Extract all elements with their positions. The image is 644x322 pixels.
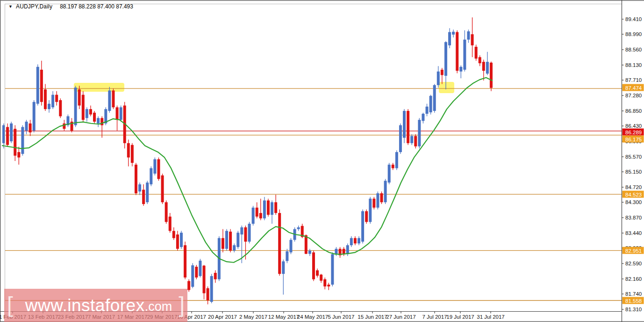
candle[interactable] [157, 159, 160, 179]
candle[interactable] [388, 165, 391, 183]
candle[interactable] [233, 245, 236, 250]
candle[interactable] [414, 136, 417, 146]
candle[interactable] [138, 184, 141, 191]
candle[interactable] [222, 238, 224, 249]
candle[interactable] [274, 202, 277, 213]
candle[interactable] [271, 202, 273, 215]
candle[interactable] [433, 85, 436, 111]
candle[interactable] [346, 245, 349, 254]
candle[interactable] [410, 136, 413, 143]
candle[interactable] [112, 90, 114, 107]
candle[interactable] [467, 31, 470, 40]
candle[interactable] [63, 124, 65, 129]
candle[interactable] [297, 227, 300, 229]
candle[interactable] [418, 120, 421, 146]
candle[interactable] [490, 63, 493, 88]
candle[interactable] [380, 193, 383, 202]
candle[interactable] [463, 40, 466, 70]
candle[interactable] [120, 107, 122, 120]
candle[interactable] [482, 62, 485, 71]
candle[interactable] [392, 165, 394, 168]
candle[interactable] [142, 190, 145, 204]
candle[interactable] [48, 104, 50, 109]
candle[interactable] [361, 211, 364, 242]
candle[interactable] [44, 89, 47, 109]
candle[interactable] [407, 111, 409, 143]
candle[interactable] [176, 234, 179, 249]
candle[interactable] [74, 88, 77, 125]
price-chart[interactable]: 89.41088.99088.56088.13087.71087.28086.8… [0, 0, 644, 322]
candle[interactable] [210, 276, 213, 302]
candle[interactable] [161, 176, 164, 202]
candle[interactable] [305, 235, 308, 254]
candle[interactable] [316, 271, 319, 276]
candle[interactable] [180, 233, 183, 247]
chevron-down-icon[interactable]: ▼ [8, 4, 13, 9]
candle[interactable] [86, 109, 88, 118]
candle[interactable] [471, 34, 474, 45]
candle[interactable] [426, 107, 429, 114]
candle[interactable] [100, 118, 103, 125]
candle[interactable] [403, 111, 406, 138]
candle[interactable] [153, 159, 156, 174]
candle[interactable] [308, 250, 311, 254]
candle[interactable] [267, 200, 270, 215]
candle[interactable] [17, 152, 20, 157]
candle[interactable] [331, 254, 334, 285]
candle[interactable] [135, 165, 137, 193]
candle[interactable] [214, 273, 217, 279]
candle[interactable] [437, 72, 440, 85]
candle[interactable] [459, 67, 462, 72]
candle[interactable] [207, 288, 209, 300]
candle[interactable] [354, 238, 357, 243]
candle[interactable] [150, 168, 152, 184]
candle[interactable] [165, 202, 168, 222]
candle[interactable] [429, 96, 432, 112]
candle[interactable] [475, 47, 478, 59]
candle[interactable] [169, 217, 172, 231]
candle[interactable] [289, 240, 292, 253]
candle[interactable] [33, 102, 36, 131]
candle[interactable] [225, 231, 228, 249]
candle[interactable] [256, 208, 258, 217]
candle[interactable] [78, 89, 81, 105]
candle[interactable] [25, 122, 28, 131]
candle[interactable] [320, 275, 322, 281]
candle[interactable] [327, 285, 330, 286]
candle[interactable] [278, 213, 281, 274]
candle[interactable] [14, 129, 16, 155]
candle[interactable] [486, 62, 489, 73]
candle[interactable] [146, 183, 149, 202]
candle[interactable] [399, 125, 402, 152]
candle[interactable] [55, 95, 58, 102]
candle[interactable] [127, 143, 130, 158]
candle[interactable] [240, 227, 243, 234]
candle[interactable] [252, 208, 255, 224]
candle[interactable] [358, 238, 360, 243]
candle[interactable] [444, 42, 447, 76]
candle[interactable] [282, 261, 285, 274]
candle[interactable] [312, 252, 315, 279]
candle[interactable] [422, 114, 424, 121]
candle[interactable] [479, 57, 481, 63]
candle[interactable] [29, 124, 32, 132]
candle[interactable] [97, 118, 100, 123]
candle[interactable] [350, 238, 353, 245]
candle[interactable] [372, 198, 375, 207]
candle[interactable] [244, 227, 247, 242]
candle[interactable] [6, 127, 9, 145]
candle[interactable] [365, 211, 368, 222]
candle[interactable] [172, 231, 175, 238]
candle[interactable] [441, 70, 444, 75]
candle[interactable] [187, 281, 190, 290]
candle[interactable] [335, 249, 337, 254]
candle[interactable] [36, 67, 39, 104]
candle[interactable] [40, 70, 43, 102]
candle[interactable] [59, 100, 62, 116]
candle[interactable] [89, 109, 92, 114]
candle[interactable] [369, 198, 372, 222]
candle[interactable] [236, 233, 239, 247]
candle[interactable] [384, 181, 387, 202]
candle[interactable] [82, 95, 85, 120]
candle[interactable] [203, 266, 206, 293]
